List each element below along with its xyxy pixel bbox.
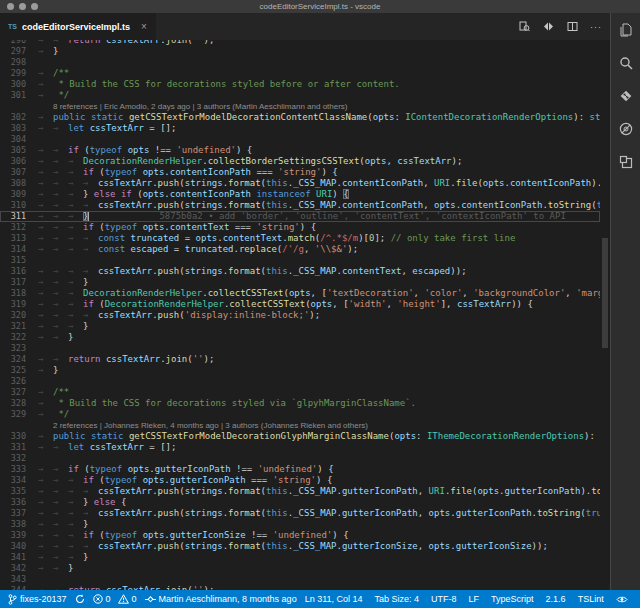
tab-whitespace-marker: → <box>38 398 53 409</box>
scrollbar-thumb[interactable] <box>602 238 608 348</box>
code-line[interactable]: 313→→→→const truncated = opts.contentTex… <box>0 233 600 244</box>
code-line[interactable]: 331→→let cssTextArr = []; <box>0 442 600 453</box>
code-line[interactable]: 298 <box>0 57 600 68</box>
tslint-item[interactable]: TSLint <box>578 594 604 604</box>
eol-item[interactable]: LF <box>469 594 480 604</box>
close-tab-icon[interactable]: × <box>141 21 147 32</box>
code-line[interactable]: 311→→→}5875b0a2 • add 'border', 'outline… <box>0 211 600 222</box>
code-line[interactable]: 339→→→if (typeof opts.gutterIconSize !==… <box>0 530 600 541</box>
code-line[interactable]: 321→→→} <box>0 321 600 332</box>
line-number: 308 <box>0 178 30 189</box>
code-line[interactable]: 305→→if (typeof opts !== 'undefined') { <box>0 145 600 156</box>
code-line[interactable]: 330→public static getCSSTextForModelDeco… <box>0 431 600 442</box>
code-token: strings <box>185 508 223 518</box>
code-line[interactable]: 297→} <box>0 46 600 57</box>
search-icon[interactable] <box>617 54 635 72</box>
code-token: , <box>386 156 397 166</box>
code-line[interactable]: 322→→} <box>0 332 600 343</box>
code-line[interactable]: 310→→→→cssTextArr.push(strings.format(th… <box>0 200 600 211</box>
code-line[interactable]: 340→→→→cssTextArr.push(strings.format(th… <box>0 541 600 552</box>
line-number: 301 <box>0 90 30 101</box>
code-line[interactable]: 315 <box>0 255 600 266</box>
code-line[interactable]: 336→→→} else { <box>0 497 600 508</box>
cursor-position-item[interactable]: Ln 311, Col 14 <box>305 594 363 604</box>
code-line[interactable]: 320→→→→cssTextArr.push('display:inline-b… <box>0 310 600 321</box>
code-line[interactable]: 299→/** <box>0 68 600 79</box>
sync-icon <box>75 594 85 604</box>
status-bar: fixes-20137 0 0 Martin Aeschlimann, 8 mo… <box>0 590 640 608</box>
open-changes-icon[interactable] <box>518 21 530 33</box>
code-line[interactable]: 334→→→if (typeof opts.gutterIconPath ===… <box>0 475 600 486</box>
code-line[interactable]: 318→→→DecorationRenderHelper.collectCSST… <box>0 288 600 299</box>
extensions-icon[interactable] <box>617 153 635 171</box>
more-actions-icon[interactable]: ··· <box>590 21 602 33</box>
code-token: join <box>166 354 188 364</box>
code-line[interactable]: 301→ */ <box>0 90 600 101</box>
source-control-icon[interactable] <box>617 87 635 105</box>
code-line[interactable]: 306→→→DecorationRenderHelper.collectBord… <box>0 156 600 167</box>
code-line[interactable]: 341→→→} <box>0 552 600 563</box>
split-editor-icon[interactable] <box>566 21 578 33</box>
code-line[interactable]: 344→→return cssTextArr.join(''); <box>0 585 600 590</box>
code-line[interactable]: 325→} <box>0 365 600 376</box>
code-line[interactable]: 328→ * Build the CSS for decorations sty… <box>0 398 600 409</box>
code-text: →→→DecorationRenderHelper.collectCSSText… <box>30 288 600 299</box>
ts-version-item[interactable]: 2.1.6 <box>546 594 566 604</box>
eye-item[interactable] <box>616 595 628 604</box>
code-token: !== <box>246 530 273 540</box>
codelens-line[interactable]: 8 references | Eric Amodio, 2 days ago |… <box>0 101 600 112</box>
code-line[interactable]: 327→/** <box>0 387 600 398</box>
diff-icon[interactable] <box>542 21 554 33</box>
code-line[interactable]: 300→ * Build the CSS for decorations sty… <box>0 79 600 90</box>
problems-item[interactable]: 0 0 <box>93 594 137 604</box>
code-line[interactable]: 319→→→if (DecorationRenderHelper.collect… <box>0 299 600 310</box>
code-line[interactable]: 332 <box>0 453 600 464</box>
code-editor[interactable]: 296→→return cssTextArr.join('');297→}298… <box>0 40 610 590</box>
code-line[interactable]: 314→→→→const escaped = truncated.replace… <box>0 244 600 255</box>
blame-item[interactable]: Martin Aeschlimann, 8 months ago <box>145 594 297 604</box>
tab-whitespace-marker: → <box>38 310 53 321</box>
encoding-item[interactable]: UTF-8 <box>431 594 457 604</box>
line-number <box>0 420 30 431</box>
code-line[interactable]: 335→→→→cssTextArr.push(strings.format(th… <box>0 486 600 497</box>
code-text <box>30 376 600 387</box>
editor-scrollbar[interactable] <box>600 40 610 590</box>
code-line[interactable]: 304 <box>0 134 600 145</box>
code-line[interactable]: 302→public static getCSSTextForModelDeco… <box>0 112 600 123</box>
tab-codeeditorserviceimpl[interactable]: TS codeEditorServiceImpl.ts × <box>0 13 156 40</box>
code-token: if <box>68 464 79 474</box>
sync-item[interactable] <box>75 594 85 604</box>
code-line[interactable]: 323 <box>0 343 600 354</box>
tab-size-item[interactable]: Tab Size: 4 <box>375 594 420 604</box>
code-text: →→→→cssTextArr.push(strings.format(this.… <box>30 266 600 277</box>
code-token: file <box>456 178 478 188</box>
tab-whitespace-marker: → <box>68 310 83 321</box>
debug-disabled-icon[interactable] <box>617 120 635 138</box>
git-branch-item[interactable]: fixes-20137 <box>8 594 67 605</box>
code-line[interactable]: 316→→→→cssTextArr.push(strings.format(th… <box>0 266 600 277</box>
code-line[interactable]: 312→→→if (typeof opts.contentText === 's… <box>0 222 600 233</box>
code-line[interactable]: 329→ */ <box>0 409 600 420</box>
code-line[interactable]: 326 <box>0 376 600 387</box>
code-line[interactable]: 303→→let cssTextArr = []; <box>0 123 600 134</box>
code-line[interactable]: 307→→→if (typeof opts.contentIconPath ==… <box>0 167 600 178</box>
code-line[interactable]: 333→→if (typeof opts.gutterIconPath !== … <box>0 464 600 475</box>
code-text: →→→→cssTextArr.push(strings.format(this.… <box>30 200 600 211</box>
language-mode-item[interactable]: TypeScript <box>491 594 534 604</box>
line-number: 307 <box>0 167 30 178</box>
codelens-line[interactable]: 2 references | Johannes Rieken, 4 months… <box>0 420 600 431</box>
code-line[interactable]: 309→→→} else if (opts.contentIconPath in… <box>0 189 600 200</box>
line-number: 322 <box>0 332 30 343</box>
tab-whitespace-marker: → <box>38 321 53 332</box>
code-token: */ <box>53 409 69 419</box>
code-token: const <box>98 244 131 254</box>
code-line[interactable]: 342→→} <box>0 563 600 574</box>
explorer-icon[interactable] <box>617 21 635 39</box>
code-line[interactable]: 317→→→} <box>0 277 600 288</box>
code-text: →→→if (typeof opts.gutterIconSize !== 'u… <box>30 530 600 541</box>
code-line[interactable]: 308→→→→cssTextArr.push(strings.format(th… <box>0 178 600 189</box>
code-line[interactable]: 338→→→} <box>0 519 600 530</box>
code-line[interactable]: 343 <box>0 574 600 585</box>
code-line[interactable]: 324→→return cssTextArr.join(''); <box>0 354 600 365</box>
code-line[interactable]: 337→→→→cssTextArr.push(strings.format(th… <box>0 508 600 519</box>
